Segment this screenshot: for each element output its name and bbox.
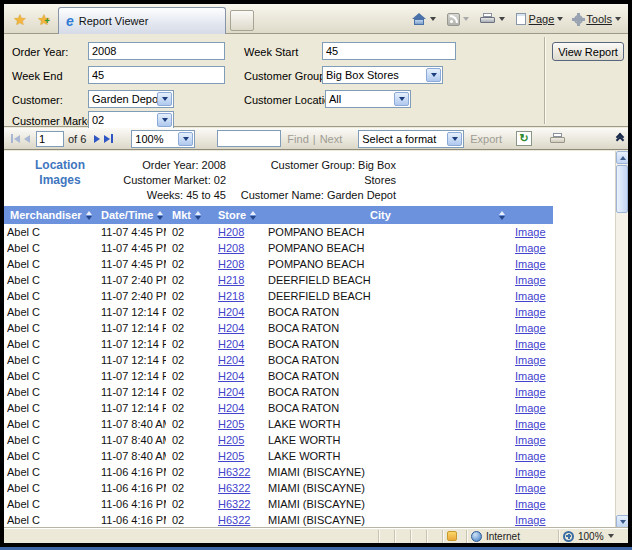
last-page-button[interactable] (102, 133, 115, 144)
status-zoom-control[interactable]: 100% (558, 530, 628, 543)
image-cell-link[interactable]: Image (515, 386, 546, 398)
print-button[interactable] (476, 11, 509, 27)
next-link[interactable]: Next (320, 133, 343, 145)
image-cell-link[interactable]: Image (515, 354, 546, 366)
image-cell-link[interactable]: Image (515, 226, 546, 238)
store-cell-link[interactable]: H6322 (218, 482, 250, 494)
store-cell-link[interactable]: H204 (218, 402, 244, 414)
datetime-cell: 11-07 8:40 AM (95, 416, 166, 432)
image-cell-link[interactable]: Image (515, 258, 546, 270)
scrollbar-down-icon (620, 520, 626, 524)
image-cell-link[interactable]: Image (515, 274, 546, 286)
image-cell-link[interactable]: Image (515, 418, 546, 430)
store-cell: H204 (212, 352, 262, 368)
add-favorite-button[interactable]: ★+ (33, 8, 55, 30)
vertical-scrollbar[interactable] (615, 151, 628, 528)
column-header-city[interactable]: City (262, 206, 509, 224)
image-cell-link[interactable]: Image (515, 434, 546, 446)
image-cell-link[interactable]: Image (515, 370, 546, 382)
toolbar-print-button[interactable] (550, 133, 566, 145)
store-cell: H204 (212, 336, 262, 352)
store-cell-link[interactable]: H208 (218, 242, 244, 254)
image-cell-link[interactable]: Image (515, 322, 546, 334)
store-cell-link[interactable]: H204 (218, 370, 244, 382)
refresh-button[interactable]: ↻ (516, 131, 532, 146)
store-cell-link[interactable]: H6322 (218, 514, 250, 526)
report-viewport: Location Images Order Year: 2008 Custome… (4, 151, 628, 528)
view-report-button[interactable]: View Report (552, 42, 624, 61)
toolbar-print-icon (550, 137, 565, 143)
store-cell-link[interactable]: H205 (218, 434, 244, 446)
image-cell-link[interactable]: Image (515, 466, 546, 478)
customer-market-select[interactable]: 02 (88, 111, 174, 129)
new-tab-button[interactable] (230, 10, 254, 31)
find-input[interactable] (217, 130, 281, 147)
page-menu-button[interactable]: Page (512, 11, 568, 27)
store-cell-link[interactable]: H205 (218, 450, 244, 462)
datetime-cell: 11-06 4:16 PM (95, 464, 166, 480)
image-cell-link[interactable]: Image (515, 402, 546, 414)
tools-menu-button[interactable]: Tools (570, 11, 625, 27)
column-header-mkt[interactable]: Mkt (166, 206, 212, 224)
store-cell: H208 (212, 240, 262, 256)
store-cell-link[interactable]: H218 (218, 290, 244, 302)
table-row: Abel C11-06 4:16 PM02H6322MIAMI (BISCAYN… (4, 464, 553, 480)
image-cell-link[interactable]: Image (515, 498, 546, 510)
scrollbar-up-button[interactable] (616, 151, 628, 164)
order-year-input[interactable] (88, 42, 225, 60)
image-cell: Image (509, 288, 553, 304)
export-format-select[interactable]: Select a format (358, 130, 464, 148)
image-cell-link[interactable]: Image (515, 338, 546, 350)
parameter-panel: Order Year: Week Start Week End Customer… (4, 35, 628, 127)
column-header-date-time[interactable]: Date/Time (95, 206, 166, 224)
image-cell-link[interactable]: Image (515, 242, 546, 254)
feeds-button[interactable] (443, 11, 473, 28)
mkt-cell: 02 (166, 272, 212, 288)
store-cell-link[interactable]: H6322 (218, 466, 250, 478)
find-link[interactable]: Find (287, 133, 308, 145)
week-start-input[interactable] (322, 42, 456, 60)
scrollbar-down-button[interactable] (616, 515, 628, 528)
week-end-input[interactable] (88, 66, 225, 84)
image-cell-link[interactable]: Image (515, 306, 546, 318)
store-cell-link[interactable]: H205 (218, 418, 244, 430)
tab-report-viewer[interactable]: e Report Viewer (58, 7, 226, 34)
next-page-button[interactable] (92, 134, 102, 144)
favorites-button[interactable]: ★ (9, 8, 31, 30)
column-header-merchandiser[interactable]: Merchandiser (4, 206, 95, 224)
store-cell-link[interactable]: H204 (218, 386, 244, 398)
first-page-button[interactable] (9, 133, 22, 144)
merchandiser-cell: Abel C (4, 368, 95, 384)
customer-group-select[interactable]: Big Box Stores (322, 66, 443, 84)
store-cell-link[interactable]: H6322 (218, 498, 250, 510)
store-cell-link[interactable]: H204 (218, 306, 244, 318)
zoom-value: 100% (135, 133, 163, 145)
image-cell-link[interactable]: Image (515, 450, 546, 462)
column-header-store[interactable]: Store (212, 206, 262, 224)
image-cell-link[interactable]: Image (515, 514, 546, 526)
merchandiser-cell: Abel C (4, 320, 95, 336)
customer-select[interactable]: Garden Depot (88, 90, 174, 108)
store-cell-link[interactable]: H204 (218, 322, 244, 334)
store-cell-link[interactable]: H204 (218, 338, 244, 350)
city-cell: POMPANO BEACH (262, 224, 509, 240)
datetime-cell: 11-06 4:16 PM (95, 512, 166, 528)
customer-location-select[interactable]: All (325, 90, 411, 108)
store-cell-link[interactable]: H218 (218, 274, 244, 286)
table-row: Abel C11-07 4:45 PM02H208POMPANO BEACHIm… (4, 224, 553, 240)
scrollbar-thumb[interactable] (616, 165, 628, 213)
home-button[interactable] (408, 11, 440, 28)
report-table: MerchandiserDate/TimeMktStoreCity Abel C… (4, 206, 553, 528)
store-cell-link[interactable]: H208 (218, 226, 244, 238)
store-cell-link[interactable]: H208 (218, 258, 244, 270)
page-number-input[interactable] (36, 131, 64, 147)
zoom-select[interactable]: 100% (131, 130, 195, 148)
tab-title: Report Viewer (79, 15, 149, 27)
prev-page-button[interactable] (22, 134, 32, 144)
store-cell-link[interactable]: H204 (218, 354, 244, 366)
image-cell-link[interactable]: Image (515, 482, 546, 494)
export-link[interactable]: Export (470, 133, 502, 145)
zone-label: Internet (486, 531, 520, 542)
image-cell-link[interactable]: Image (515, 290, 546, 302)
collapse-parameters-button[interactable] (617, 134, 623, 143)
